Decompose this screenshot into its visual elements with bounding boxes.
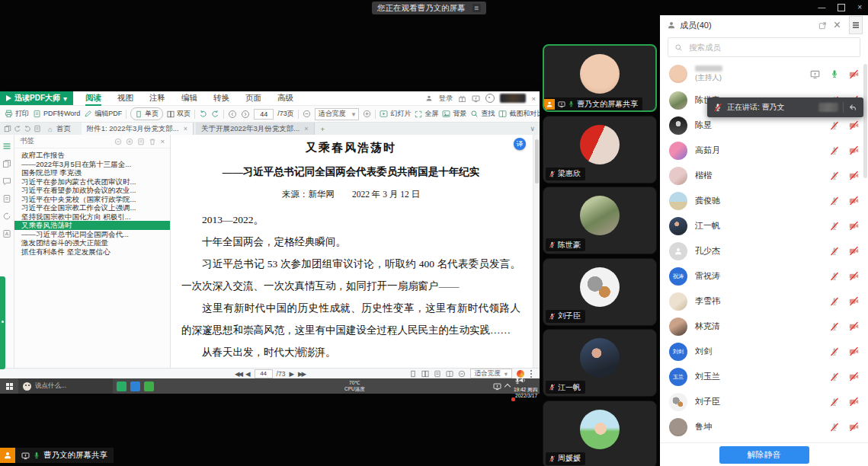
bookmark-item[interactable]: 习近平在全国宗教工作会议上强调... xyxy=(14,203,170,212)
tray-expand-icon[interactable] xyxy=(504,384,511,390)
camera-off-icon[interactable] xyxy=(849,246,859,256)
member-row[interactable]: 刘子臣 xyxy=(660,389,868,414)
member-row[interactable]: 刘剑 刘剑 xyxy=(660,339,868,364)
bookmark-item[interactable]: 习近平在中央党校（国家行政学院... xyxy=(14,195,170,204)
background-button[interactable]: 背景 xyxy=(442,109,466,119)
camera-off-icon[interactable] xyxy=(849,69,859,79)
banner-menu-icon[interactable]: ≡ xyxy=(472,4,482,12)
redo-icon[interactable] xyxy=(199,110,207,118)
bookmark-item[interactable]: 政府工作报告 xyxy=(14,151,170,160)
tray-screen-icon[interactable] xyxy=(493,382,501,391)
view-facing-icon[interactable] xyxy=(446,370,453,378)
tab-close-icon[interactable]: × xyxy=(304,125,308,132)
menu-tab-annotate[interactable]: 注释 xyxy=(149,91,165,104)
member-row[interactable]: 玉兰 刘玉兰 xyxy=(660,364,868,389)
pdf-app-logo[interactable]: 迅读PDF大师 ▾ xyxy=(0,91,73,105)
document-scrollbar[interactable] xyxy=(533,135,540,368)
mic-muted-icon[interactable] xyxy=(830,272,839,281)
mic-muted-icon[interactable] xyxy=(830,347,839,356)
side-widget-tab[interactable] xyxy=(0,276,5,369)
tray-speaker-icon[interactable] xyxy=(518,376,527,385)
member-row[interactable]: 林克清 xyxy=(660,314,868,339)
menu-tab-convert[interactable]: 转换 xyxy=(213,91,229,104)
member-search-input[interactable] xyxy=(687,42,854,53)
view-continuous-icon[interactable] xyxy=(434,370,441,378)
bookmark-item[interactable]: 激发团结奋斗的强大正能量 xyxy=(14,238,170,247)
camera-off-icon[interactable] xyxy=(849,422,859,432)
collapse-all-icon[interactable] xyxy=(114,138,122,145)
member-row[interactable]: 祝涛 雷祝涛 xyxy=(660,263,868,289)
mic-muted-icon[interactable] xyxy=(830,423,839,432)
bookmark-item[interactable]: 习近平在参加内蒙古代表团审议时... xyxy=(14,177,170,187)
add-bookmark-icon[interactable] xyxy=(137,138,145,145)
mic-muted-icon[interactable] xyxy=(830,397,839,407)
camera-off-icon[interactable] xyxy=(849,296,859,306)
translate-float-button[interactable]: 译 xyxy=(514,138,526,150)
taskbar-chat-widget[interactable]: 说点什么... xyxy=(18,378,113,394)
new-tab-button[interactable]: + xyxy=(317,125,329,133)
mic-muted-icon[interactable] xyxy=(830,222,839,231)
zoom-level-select[interactable]: 适合宽度 ▾ xyxy=(315,108,360,120)
close-panel-icon[interactable]: × xyxy=(160,137,165,145)
taskbar-app-blue-icon[interactable] xyxy=(130,381,140,391)
next-page-icon[interactable]: ▶ xyxy=(289,370,294,378)
undo-icon[interactable] xyxy=(14,125,21,132)
taskbar-app-green-icon[interactable] xyxy=(144,381,154,391)
menu-tab-page[interactable]: 页面 xyxy=(245,91,261,104)
menu-tab-read[interactable]: 阅读 xyxy=(85,91,101,106)
menu-tab-advanced[interactable]: 高级 xyxy=(277,91,293,104)
zoom-out-icon[interactable] xyxy=(458,370,466,378)
bookmarks-panel-icon[interactable] xyxy=(2,142,11,151)
next-view-icon[interactable] xyxy=(241,110,250,119)
document-page[interactable]: 又乘春风浩荡时 ——习近平总书记同全国两会代表委员共商国是十年纪实 来源：新华网… xyxy=(171,135,533,368)
video-tile[interactable]: 梁惠欣 xyxy=(543,116,657,184)
home-icon[interactable]: ⌂ xyxy=(48,125,53,133)
expand-all-icon[interactable] xyxy=(126,138,133,145)
scrollbar-thumb[interactable] xyxy=(535,139,539,184)
watching-banner[interactable]: 您正在观看曹乃文的屏幕 ≡ xyxy=(372,2,486,14)
mic-muted-icon[interactable] xyxy=(830,297,839,306)
redo-icon[interactable] xyxy=(24,125,31,132)
member-row[interactable]: 龚俊驰 xyxy=(660,188,868,213)
find-button[interactable]: 查找 xyxy=(470,109,495,119)
member-search-box[interactable] xyxy=(668,37,860,57)
fullscreen-button[interactable]: 全屏 xyxy=(415,109,438,119)
camera-off-icon[interactable] xyxy=(849,321,859,331)
prev-page-icon[interactable]: ◀ xyxy=(245,370,251,378)
bookmark-item[interactable]: 抓住有利条件 坚定发展信心 xyxy=(14,247,170,257)
pdf-to-word-button[interactable]: PDF转Word xyxy=(33,109,80,119)
taskbar-clock[interactable]: 19:42 周四 2022/3/17 xyxy=(514,387,537,399)
open-file-icon[interactable] xyxy=(4,125,11,132)
member-row[interactable]: 李雪祎 xyxy=(660,289,868,314)
thumbnails-icon[interactable] xyxy=(2,159,11,168)
mic-muted-icon[interactable] xyxy=(830,372,839,381)
menu-tab-edit[interactable]: 编辑 xyxy=(181,91,197,104)
camera-off-icon[interactable] xyxy=(849,346,859,356)
mic-on-icon[interactable] xyxy=(830,69,839,78)
camera-off-icon[interactable] xyxy=(849,196,859,206)
member-row[interactable]: 高茹月 xyxy=(660,138,868,163)
status-page-input[interactable] xyxy=(255,369,273,378)
view-double-icon[interactable] xyxy=(421,370,429,378)
edit-pdf-button[interactable]: 编辑PDF xyxy=(84,109,122,119)
pdf-close-button[interactable]: × xyxy=(531,94,536,103)
bookmark-item-selected[interactable]: 又乘春风浩荡时 xyxy=(14,221,170,230)
print-button[interactable]: 打印 xyxy=(5,109,29,119)
gear-icon[interactable] xyxy=(485,94,495,103)
mic-muted-icon[interactable] xyxy=(830,171,839,180)
maximize-button[interactable] xyxy=(838,4,845,11)
close-panel-icon[interactable]: × xyxy=(834,18,841,32)
members-scrollbar-thumb[interactable] xyxy=(863,64,867,178)
snapshot-compare-button[interactable]: 截图和对比 xyxy=(498,109,540,119)
view-single-icon[interactable] xyxy=(409,370,417,378)
single-page-button[interactable]: 单页 xyxy=(130,107,163,120)
camera-off-icon[interactable] xyxy=(849,397,859,407)
popout-icon[interactable] xyxy=(818,21,827,30)
video-tile[interactable]: 江一帆 xyxy=(543,329,657,397)
minimize-button[interactable]: — xyxy=(818,3,825,11)
video-tile[interactable]: 周媛媛 xyxy=(543,401,657,466)
doc-tab-inactive[interactable]: 关于开展2022年3月份党支部... × xyxy=(196,123,315,135)
camera-off-icon[interactable] xyxy=(849,221,859,231)
last-page-icon[interactable]: ▶▶ xyxy=(298,370,305,378)
unmute-button[interactable]: 解除静音 xyxy=(719,446,809,464)
